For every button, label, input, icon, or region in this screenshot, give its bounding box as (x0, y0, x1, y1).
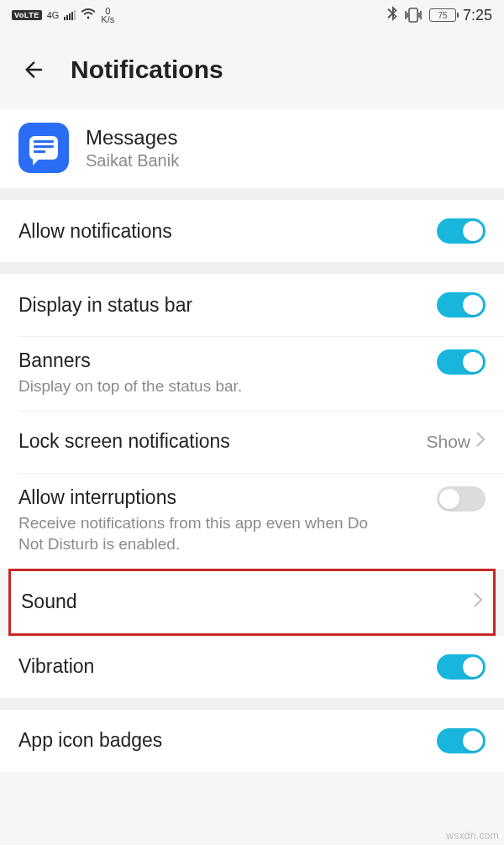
toggle-banners[interactable] (437, 349, 486, 375)
label-app-icon-badges: App icon badges (18, 729, 162, 752)
row-lock-screen[interactable]: Lock screen notifications Show (0, 411, 504, 473)
row-allow-interruptions[interactable]: Allow interruptions Receive notification… (0, 473, 504, 569)
toggle-app-icon-badges[interactable] (437, 728, 486, 753)
header: Notifications (0, 30, 504, 109)
label-vibration: Vibration (18, 655, 94, 678)
highlight-sound: Sound (8, 569, 496, 636)
vibrate-icon (404, 8, 423, 23)
wifi-icon (81, 8, 96, 23)
signal-bars-icon (64, 10, 76, 20)
app-subtitle: Saikat Banik (86, 151, 179, 171)
toggle-display-status-bar[interactable] (437, 292, 486, 318)
toggle-allow-notifications[interactable] (437, 218, 486, 244)
clock: 7:25 (463, 7, 492, 24)
row-banners[interactable]: Banners Display on top of the status bar… (0, 336, 504, 411)
volte-badge: VoLTE (12, 10, 42, 20)
label-banners: Banners (18, 349, 242, 372)
chevron-right-icon (473, 591, 483, 613)
sublabel-banners: Display on top of the status bar. (18, 375, 242, 397)
back-button[interactable] (15, 51, 52, 88)
network-type: 4G (47, 11, 60, 19)
row-vibration[interactable]: Vibration (0, 636, 504, 698)
row-display-status-bar[interactable]: Display in status bar (0, 274, 504, 336)
app-messages-icon (18, 123, 69, 173)
label-allow-interruptions: Allow interruptions (18, 486, 380, 509)
label-allow-notifications: Allow notifications (18, 220, 172, 243)
row-allow-notifications[interactable]: Allow notifications (0, 200, 504, 262)
page-title: Notifications (71, 55, 223, 84)
label-display-status-bar: Display in status bar (18, 294, 192, 317)
bluetooth-icon (387, 6, 397, 24)
value-lock-screen: Show (426, 432, 470, 452)
label-sound: Sound (21, 590, 77, 613)
battery-indicator: 75 (429, 8, 456, 22)
label-lock-screen: Lock screen notifications (18, 430, 230, 453)
toggle-allow-interruptions[interactable] (437, 486, 486, 512)
toggle-vibration[interactable] (437, 654, 486, 680)
row-sound[interactable]: Sound (11, 571, 493, 633)
sublabel-allow-interruptions: Receive notifications from this app even… (18, 512, 380, 555)
chevron-right-icon (475, 431, 486, 453)
watermark: wsxdn.com (446, 830, 499, 842)
row-app-icon-badges[interactable]: App icon badges (0, 710, 504, 772)
net-speed: 0 K/s (101, 7, 114, 24)
status-bar: VoLTE 4G 0 K/s 75 7:25 (0, 0, 504, 30)
app-name: Messages (86, 126, 179, 150)
svg-rect-0 (409, 8, 417, 22)
app-info-row[interactable]: Messages Saikat Banik (0, 109, 504, 188)
